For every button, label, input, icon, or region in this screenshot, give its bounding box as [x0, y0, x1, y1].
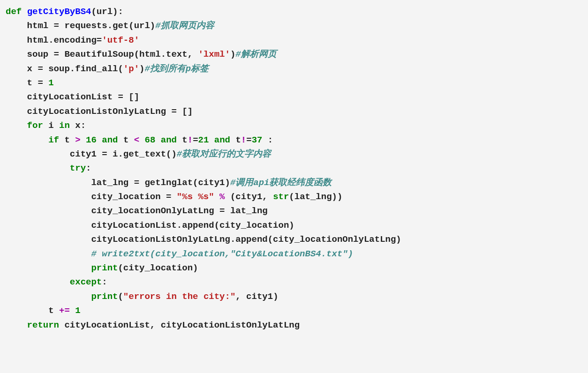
- code-text: t: [230, 135, 241, 145]
- code-text: cityLocationListOnlyLatLng.append(city_l…: [6, 234, 401, 245]
- operator: !: [241, 135, 246, 145]
- code-text: soup = BeautifulSoup(html.text,: [6, 49, 198, 60]
- code-text: cityLocationList.append(city_location): [6, 220, 294, 231]
- comment: # write2txt(city_location,"City&Location…: [91, 249, 353, 259]
- code-text: ): [139, 64, 144, 74]
- number: 1: [75, 306, 80, 316]
- string: 'lxml': [198, 49, 230, 60]
- code-text: (url):: [91, 7, 123, 17]
- builtin-print: print: [91, 263, 118, 273]
- string: 'p': [123, 64, 139, 74]
- code-text: t: [118, 135, 134, 145]
- code-text: :: [262, 135, 273, 145]
- code-text: t: [6, 306, 59, 316]
- code-text: city1 = i.get_text(): [6, 149, 177, 159]
- comment: #调用api获取经纬度函数: [230, 178, 332, 188]
- code-text: html.encoding=: [6, 35, 102, 45]
- code-text: x:: [70, 120, 86, 131]
- keyword-return: return: [27, 320, 59, 330]
- string: "%s %s": [177, 192, 214, 202]
- number: 21: [198, 135, 209, 145]
- number: 37: [252, 135, 263, 145]
- code-text: city_location =: [6, 192, 177, 202]
- code-text: t: [59, 135, 75, 145]
- keyword-for: for: [27, 120, 43, 131]
- code-text: lat_lng = getlnglat(city1): [6, 178, 230, 188]
- builtin: str: [273, 192, 289, 202]
- operator: >: [75, 135, 80, 145]
- code-text: [214, 192, 219, 202]
- keyword-in: in: [59, 120, 70, 131]
- code-text: ): [230, 49, 235, 60]
- operator: <: [134, 135, 139, 145]
- comment: #抓取网页内容: [155, 21, 214, 31]
- operator: %: [219, 192, 225, 202]
- code-text: (lat_lng)): [289, 192, 342, 202]
- code-text: , city1): [235, 291, 278, 302]
- code-text: =: [193, 135, 198, 145]
- comment: #解析网页: [235, 49, 276, 60]
- code-text: :: [102, 277, 107, 287]
- keyword-except: except: [70, 277, 102, 287]
- code-text: =: [246, 135, 251, 145]
- string: 'utf-8': [102, 35, 139, 45]
- code-text: cityLocationListOnlyLatLng = []: [6, 106, 193, 117]
- builtin-print: print: [91, 291, 118, 302]
- code-text: x = soup.find_all(: [6, 64, 123, 74]
- code-text: t: [177, 135, 188, 145]
- code-text: [81, 135, 86, 145]
- code-text: (city_location): [118, 263, 198, 273]
- number: 68: [145, 135, 156, 145]
- code-text: t =: [6, 78, 48, 88]
- code-text: i: [43, 120, 59, 131]
- code-text: html = requests.get(url): [6, 21, 155, 31]
- keyword-def: def: [6, 7, 22, 17]
- code-text: :: [86, 163, 91, 173]
- code-text: [70, 306, 75, 316]
- code-text: (city1,: [225, 192, 273, 202]
- comment: #找到所有p标签: [144, 64, 209, 74]
- code-block: def getCityByBS4(url): html = requests.g…: [0, 0, 588, 337]
- keyword-try: try: [70, 163, 86, 173]
- code-text: [139, 135, 144, 145]
- string: "errors in the city:": [123, 291, 235, 302]
- number: 16: [86, 135, 97, 145]
- keyword-if: if: [48, 135, 59, 145]
- number: 1: [48, 78, 53, 88]
- code-text: cityLocationList = []: [6, 92, 139, 102]
- keyword-and: and: [214, 135, 230, 145]
- code-text: cityLocationList, cityLocationListOnlyLa…: [59, 320, 300, 330]
- keyword-and: and: [102, 135, 118, 145]
- keyword-and: and: [161, 135, 177, 145]
- code-text: city_locationOnlyLatLng = lat_lng: [6, 206, 268, 216]
- operator: +=: [59, 306, 70, 316]
- comment: #获取对应行的文字内容: [177, 149, 271, 159]
- code-text: (: [118, 291, 123, 302]
- function-name: getCityByBS4: [27, 7, 91, 17]
- operator: !: [188, 135, 193, 145]
